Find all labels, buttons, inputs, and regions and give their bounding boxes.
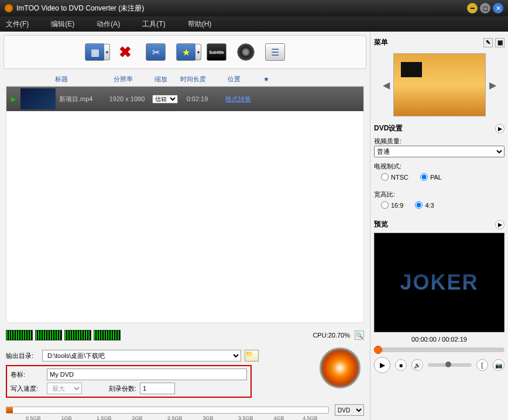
- menu-panel-title: 菜单: [374, 37, 388, 47]
- cpu-percent: CPU:20.70%: [313, 332, 350, 339]
- video-preview: JOKER: [374, 233, 504, 332]
- volume-label: 卷标:: [11, 370, 43, 379]
- cpu-graph-2: [35, 330, 62, 340]
- stop-button[interactable]: ■: [395, 359, 407, 371]
- col-title[interactable]: 标题: [23, 75, 99, 84]
- file-list[interactable]: ▶ 新项目.mp4 1920 x 1080 信箱 0:02:19 格式转换: [6, 87, 364, 323]
- menu-edit[interactable]: 编辑(E): [51, 19, 74, 29]
- browse-folder-button[interactable]: 📁: [245, 350, 259, 362]
- disc-size-gauge: 0.5GB 1GB 1.5GB 2GB 2.5GB 3GB 3.5GB 4GB …: [6, 407, 329, 414]
- effects-button[interactable]: ★▾: [176, 43, 196, 61]
- tv-standard-label: 电视制式:: [374, 162, 504, 171]
- file-duration: 0:02:19: [180, 95, 215, 102]
- close-button[interactable]: ✕: [493, 3, 503, 13]
- menu-action[interactable]: 动作(A): [97, 19, 120, 29]
- copies-input[interactable]: [140, 383, 175, 394]
- menu-file[interactable]: 文件(F): [6, 19, 29, 29]
- speed-select[interactable]: 最大: [47, 383, 82, 394]
- file-row[interactable]: ▶ 新项目.mp4 1920 x 1080 信箱 0:02:19 格式转换: [6, 87, 363, 111]
- col-duration[interactable]: 时间长度: [176, 75, 211, 84]
- file-resolution: 1920 x 1080: [104, 95, 150, 102]
- edit-menu-icon[interactable]: ✎: [483, 38, 493, 47]
- zoom-select[interactable]: 信箱: [152, 95, 178, 104]
- cut-button[interactable]: ✂: [146, 43, 166, 61]
- toolbar: ▦▾ ✖ ✂ ★▾ Subtitle ☰: [4, 35, 366, 69]
- cpu-graph-4: [94, 330, 121, 340]
- play-button[interactable]: ▶: [374, 357, 390, 373]
- video-quality-select[interactable]: 普通: [374, 146, 504, 157]
- file-list-header: 标题 分辨率 缩放 时间长度 位置 ★: [6, 73, 364, 87]
- col-resolution[interactable]: 分辨率: [99, 75, 146, 84]
- window-title: ImTOO Video to DVD Converter (未注册): [16, 4, 465, 13]
- menu-help[interactable]: 帮助(H): [188, 19, 212, 29]
- volume-input[interactable]: [47, 369, 247, 380]
- preview-time: 00:00:00 / 00:02:19: [374, 336, 504, 343]
- add-video-dropdown[interactable]: ▾: [104, 44, 110, 60]
- maximize-button[interactable]: ◻: [480, 3, 490, 13]
- list-view-button[interactable]: ☰: [265, 43, 285, 61]
- burn-settings-highlight: 卷标: 写入速度: 最大 刻录份数:: [6, 365, 252, 398]
- convert-format-link[interactable]: 格式转换: [215, 95, 262, 104]
- disc-size-used: [6, 407, 13, 413]
- video-thumbnail: [20, 88, 56, 109]
- preview-panel-title: 预览: [374, 219, 388, 229]
- add-video-button[interactable]: ▦▾: [85, 43, 105, 61]
- carousel-prev-button[interactable]: ◀: [383, 80, 390, 91]
- disc-type-select[interactable]: DVD: [335, 404, 364, 416]
- speed-label: 写入速度:: [11, 384, 43, 393]
- cpu-graph-3: [64, 330, 91, 340]
- aspect-43-radio[interactable]: 4:3: [415, 201, 434, 209]
- seek-knob[interactable]: [374, 346, 382, 354]
- dvd-settings-expand-icon[interactable]: ▶: [495, 124, 504, 133]
- volume-slider[interactable]: [428, 363, 472, 367]
- cpu-graph-1: [6, 330, 33, 340]
- mark-in-button[interactable]: [: [476, 359, 488, 371]
- col-zoom[interactable]: 缩放: [146, 75, 176, 84]
- video-quality-label: 视频质量:: [374, 137, 504, 146]
- tv-standard-ntsc-radio[interactable]: NTSC: [381, 173, 409, 181]
- effects-dropdown[interactable]: ▾: [195, 44, 201, 60]
- tv-standard-pal-radio[interactable]: PAL: [420, 173, 442, 181]
- menu-tools[interactable]: 工具(T): [142, 19, 165, 29]
- preview-frame-content: JOKER: [400, 270, 478, 295]
- burn-button[interactable]: [320, 347, 361, 388]
- preview-disc-button[interactable]: [237, 43, 255, 61]
- output-dir-label: 输出目录:: [6, 352, 39, 360]
- subtitle-button[interactable]: Subtitle: [207, 43, 226, 61]
- delete-button[interactable]: ✖: [115, 43, 135, 61]
- grid-view-icon[interactable]: ▦: [495, 38, 504, 47]
- volume-icon[interactable]: 🔊: [411, 359, 423, 371]
- col-position[interactable]: 位置: [211, 75, 258, 84]
- col-star[interactable]: ★: [258, 75, 275, 83]
- preview-expand-icon[interactable]: ▶: [495, 220, 504, 229]
- dvd-settings-title: DVD设置: [374, 123, 403, 133]
- play-indicator-icon: ▶: [6, 95, 20, 103]
- cpu-search-icon[interactable]: 🔍: [355, 331, 364, 340]
- app-logo-icon: [5, 4, 13, 12]
- menu-template-thumbnail[interactable]: [393, 53, 486, 116]
- carousel-next-button[interactable]: ▶: [489, 80, 496, 91]
- output-dir-select[interactable]: D:\tools\桌面\下载吧: [42, 350, 241, 362]
- minimize-button[interactable]: ━: [467, 3, 478, 13]
- aspect-ratio-label: 宽高比:: [374, 190, 504, 199]
- seek-slider[interactable]: [374, 347, 504, 352]
- snapshot-button[interactable]: 📷: [493, 359, 504, 371]
- file-name: 新项目.mp4: [59, 95, 104, 104]
- copies-label: 刻录份数:: [109, 384, 136, 393]
- aspect-169-radio[interactable]: 16:9: [381, 201, 403, 209]
